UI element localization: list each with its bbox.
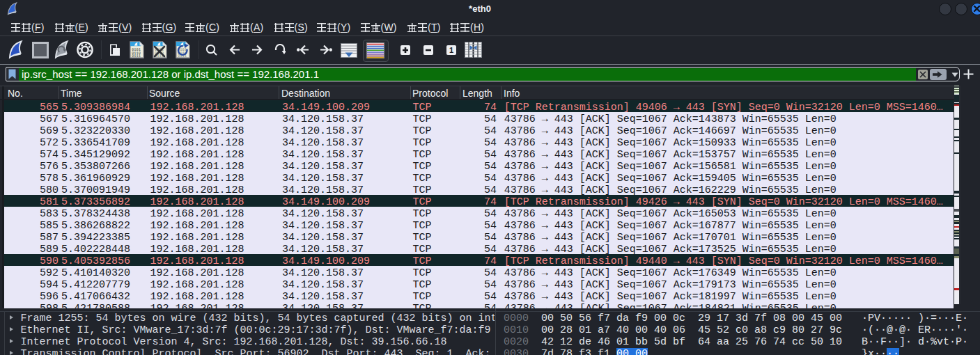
svg-text:0111: 0111	[132, 54, 141, 58]
svg-text:1: 1	[449, 46, 453, 54]
